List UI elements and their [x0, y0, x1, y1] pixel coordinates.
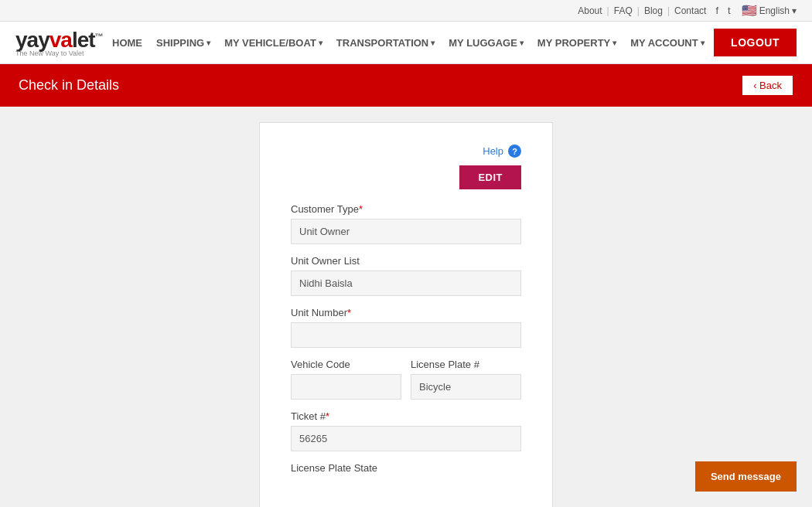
nav-account[interactable]: MY ACCOUNT ▾ [630, 37, 704, 49]
property-arrow: ▾ [612, 39, 616, 47]
customer-type-label: Customer Type* [291, 203, 521, 215]
nav-vehicle-boat[interactable]: MY VEHICLE/BOAT ▾ [224, 37, 322, 49]
edit-btn-row: EDIT [291, 165, 521, 189]
logo[interactable]: yayvalet™ The New Way to Valet [15, 28, 103, 57]
page-title: Check in Details [19, 77, 119, 94]
transport-arrow: ▾ [431, 39, 435, 47]
edit-button[interactable]: EDIT [459, 165, 521, 189]
back-button[interactable]: ‹ Back [742, 75, 793, 96]
lang-dropdown-arrow: ▾ [792, 5, 797, 16]
nav-links: HOME SHIPPING ▾ MY VEHICLE/BOAT ▾ TRANSP… [112, 37, 705, 49]
top-bar: About | FAQ | Blog | Contact f t 🇺🇸 Engl… [0, 0, 812, 22]
send-message-button[interactable]: Send message [695, 461, 797, 492]
contact-link[interactable]: Contact [674, 5, 706, 16]
unit-number-group: Unit Number* [291, 307, 521, 348]
nav-shipping[interactable]: SHIPPING ▾ [156, 37, 210, 49]
shipping-arrow: ▾ [206, 39, 210, 47]
form-card: Help ? EDIT Customer Type* Unit Owner Li… [259, 122, 553, 507]
blog-link[interactable]: Blog [644, 5, 663, 16]
flag-icon: 🇺🇸 [742, 3, 757, 18]
vehicle-license-row: Vehicle Code License Plate # [291, 359, 521, 410]
nav-luggage[interactable]: MY LUGGAGE ▾ [449, 37, 524, 49]
unit-owner-list-group: Unit Owner List [291, 255, 521, 296]
about-link[interactable]: About [578, 5, 602, 16]
nav-transportation[interactable]: TRANSPORTATION ▾ [336, 37, 435, 49]
logout-button[interactable]: LOGOUT [714, 29, 797, 56]
language-label: English [759, 5, 790, 16]
ticket-group: Ticket #* [291, 410, 521, 451]
vehicle-code-input[interactable] [291, 374, 401, 400]
help-icon[interactable]: ? [508, 145, 521, 158]
unit-number-label: Unit Number* [291, 307, 521, 318]
unit-owner-list-input[interactable] [291, 271, 521, 296]
nav-home[interactable]: HOME [112, 37, 142, 49]
content-area: Help ? EDIT Customer Type* Unit Owner Li… [0, 107, 812, 507]
customer-type-group: Customer Type* [291, 203, 521, 244]
faq-link[interactable]: FAQ [614, 5, 633, 16]
nav-property[interactable]: MY PROPERTY ▾ [537, 37, 616, 49]
vehicle-arrow: ▾ [319, 39, 322, 47]
logo-tm: ™ [95, 32, 103, 41]
luggage-arrow: ▾ [520, 39, 524, 47]
navbar: yayvalet™ The New Way to Valet HOME SHIP… [0, 22, 812, 64]
account-arrow: ▾ [701, 39, 705, 47]
twitter-icon[interactable]: t [728, 5, 731, 16]
ticket-input[interactable] [291, 426, 521, 451]
help-row: Help ? [291, 145, 521, 158]
help-link[interactable]: Help [483, 145, 503, 157]
page-header: Check in Details ‹ Back [0, 64, 812, 107]
license-plate-state-group: License Plate State [291, 462, 521, 474]
license-plate-state-label: License Plate State [291, 462, 521, 474]
unit-owner-list-label: Unit Owner List [291, 255, 521, 267]
vehicle-code-label: Vehicle Code [291, 359, 401, 370]
logo-sub: The New Way to Valet [15, 49, 103, 57]
license-plate-label: License Plate # [411, 359, 521, 370]
ticket-label: Ticket #* [291, 410, 521, 422]
license-plate-group: License Plate # [411, 359, 521, 400]
facebook-icon[interactable]: f [715, 5, 718, 16]
customer-type-input[interactable] [291, 219, 521, 244]
unit-number-input[interactable] [291, 322, 521, 348]
license-plate-input[interactable] [411, 374, 521, 400]
language-selector[interactable]: 🇺🇸 English ▾ [742, 3, 797, 18]
vehicle-code-group: Vehicle Code [291, 359, 401, 400]
